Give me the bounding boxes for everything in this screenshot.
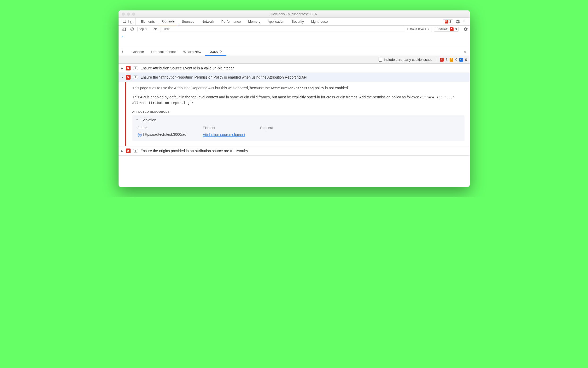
context-label: top [140, 27, 144, 31]
third-party-label: Include third-party cookie issues [384, 58, 432, 62]
svg-point-9 [155, 29, 156, 30]
affected-table: Frame Element Request </>https://adtech.… [136, 125, 461, 139]
error-icon [445, 20, 448, 23]
collapse-icon: ▼ [136, 119, 138, 121]
expand-icon[interactable]: ▶ [121, 67, 124, 70]
levels-label: Default levels [407, 27, 426, 31]
element-link[interactable]: Attribution source element [203, 133, 260, 137]
clear-console-icon[interactable] [129, 27, 135, 31]
drawer-tabbar: Console Protocol monitor What's New Issu… [119, 48, 470, 56]
console-settings-icon[interactable] [463, 27, 468, 31]
issues-label: 3 Issues: [436, 27, 448, 31]
more-icon[interactable] [462, 20, 466, 24]
issue-title: Ensure the origins provided in an attrib… [140, 149, 467, 153]
table-row: </>https://adtech.test:3000/ad Attributi… [136, 131, 461, 139]
device-toggle-icon[interactable] [128, 20, 133, 24]
drawer-more-icon[interactable] [121, 49, 125, 54]
drawer-tab-issues-label: Issues [209, 50, 219, 54]
issue-row[interactable]: ▼ 1 Ensure the "attribution-reporting" P… [119, 73, 470, 82]
main-tabs: Elements Console Sources Network Perform… [137, 18, 332, 25]
top-error-counter[interactable]: 3 [443, 19, 453, 24]
filter-input[interactable] [161, 27, 405, 32]
affected-resources-box: ▼ 1 violation Frame Element Request </>h… [132, 115, 464, 141]
svg-point-10 [122, 50, 123, 51]
close-tab-icon[interactable]: ✕ [220, 50, 223, 54]
svg-point-11 [122, 51, 123, 52]
issue-row[interactable]: ▶ 1 Ensure the origins provided in an at… [119, 146, 470, 156]
issue-count-badge: 1 [133, 66, 138, 70]
tab-sources[interactable]: Sources [178, 18, 198, 25]
warning-icon [450, 58, 453, 62]
third-party-checkbox-input[interactable] [379, 58, 382, 62]
tab-application[interactable]: Application [264, 18, 288, 25]
inspect-icon[interactable] [123, 20, 127, 24]
code-snippet: attribution-reporting [271, 86, 314, 90]
live-expression-icon[interactable] [152, 27, 158, 31]
issue-error-icon [126, 66, 131, 70]
console-prompt: › [121, 34, 123, 38]
col-element: Element [203, 126, 260, 130]
sidebar-toggle-icon[interactable] [121, 27, 127, 31]
expand-icon[interactable]: ▶ [121, 150, 124, 152]
tab-security[interactable]: Security [288, 18, 308, 25]
table-header: Frame Element Request [136, 125, 461, 131]
issue-title: Ensure the "attribution-reporting" Permi… [140, 75, 467, 79]
error-icon [450, 27, 454, 31]
issue-count-badge: 1 [133, 75, 138, 79]
issues-summary[interactable]: 3 Issues: 3 [434, 27, 459, 32]
svg-point-5 [463, 22, 464, 23]
third-party-checkbox[interactable]: Include third-party cookie issues [379, 58, 432, 62]
chevron-down-icon: ▼ [145, 28, 147, 31]
log-levels-selector[interactable]: Default levels ▼ [407, 27, 430, 31]
issue-paragraph: This page tries to use the Attribution R… [132, 85, 464, 91]
window-controls[interactable] [119, 13, 135, 16]
frame-cell[interactable]: </>https://adtech.test:3000/ad [138, 132, 203, 137]
tab-console[interactable]: Console [158, 18, 178, 25]
chevron-down-icon: ▼ [427, 28, 430, 31]
error-icon [440, 58, 444, 62]
col-request: Request [260, 126, 313, 130]
minimize-dot[interactable] [127, 13, 130, 16]
drawer-tab-console[interactable]: Console [128, 48, 148, 56]
devtools-window: DevTools - publisher.test:8081/ Elements… [119, 10, 470, 187]
divider [436, 57, 436, 62]
drawer-tab-protocol[interactable]: Protocol monitor [148, 48, 180, 56]
issue-paragraph: This API is enabled by default in the to… [132, 94, 464, 105]
info-count: 0 [465, 58, 467, 62]
violation-label: 1 violation [140, 118, 156, 122]
tab-memory[interactable]: Memory [244, 18, 264, 25]
console-output[interactable]: › [119, 33, 470, 48]
svg-point-12 [122, 52, 123, 53]
tab-lighthouse[interactable]: Lighthouse [308, 18, 332, 25]
issue-counts: 3 0 0 [440, 58, 467, 62]
issue-detail: This page tries to use the Attribution R… [125, 82, 470, 146]
issue-error-icon [126, 75, 131, 80]
collapse-icon[interactable]: ▼ [121, 76, 124, 79]
settings-icon[interactable] [456, 20, 460, 24]
tab-performance[interactable]: Performance [218, 18, 244, 25]
svg-point-3 [463, 20, 464, 21]
empty-area [119, 156, 470, 187]
tab-elements[interactable]: Elements [137, 18, 158, 25]
violation-toggle[interactable]: ▼ 1 violation [136, 118, 461, 122]
window-title: DevTools - publisher.test:8081/ [119, 12, 470, 16]
svg-point-4 [463, 21, 464, 22]
drawer-close-icon[interactable]: ✕ [462, 49, 468, 54]
affected-resources-heading: AFFECTED RESOURCES [132, 110, 464, 113]
tab-network[interactable]: Network [198, 18, 218, 25]
titlebar: DevTools - publisher.test:8081/ [119, 10, 470, 18]
drawer-tab-whatsnew[interactable]: What's New [180, 48, 205, 56]
zoom-dot[interactable] [132, 13, 135, 16]
issue-error-icon [126, 149, 131, 153]
console-toolbar: top ▼ Default levels ▼ 3 Issues: 3 [119, 26, 470, 33]
issue-row[interactable]: ▶ 1 Ensure Attribution Source Event Id i… [119, 64, 470, 73]
info-icon [459, 58, 463, 62]
issues-count: 3 [455, 27, 457, 31]
close-dot[interactable] [122, 13, 125, 16]
issue-count-badge: 1 [133, 149, 138, 153]
drawer-tab-issues[interactable]: Issues ✕ [205, 48, 227, 56]
error-count: 3 [449, 20, 451, 23]
context-selector[interactable]: top ▼ [140, 27, 150, 31]
frame-icon: </> [138, 133, 142, 137]
warning-count: 0 [455, 58, 457, 62]
